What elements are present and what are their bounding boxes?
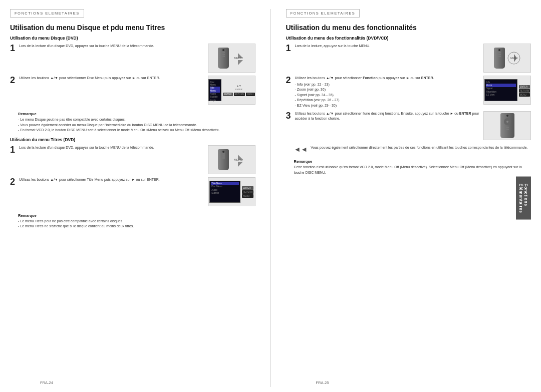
disc-remark-3: - En format VCD 2.0, le bouton DISC MENU…: [18, 128, 255, 133]
disc-remark-title: Remarque: [18, 112, 255, 116]
right-footer: FRA-25: [286, 378, 531, 387]
func-step-1-image: MENU: [483, 44, 531, 73]
remote-icon-4: [500, 113, 514, 138]
disc-remarks: Remarque - Le menu Disque peut ne pas êt…: [18, 112, 255, 133]
arrow-icon: MENU: [231, 51, 245, 65]
func-step-3: 3 Utilisez les boutons ▲/▼ pour sélectio…: [286, 111, 531, 140]
column-divider: [270, 9, 271, 387]
side-note-text: Vous pouvez également sélectionner direc…: [311, 145, 527, 153]
titles-steps: 1 Lors de la lecture d'un disque DVD, ap…: [10, 145, 255, 206]
menu-arrow-icon: MENU: [507, 51, 521, 65]
arrow-icon-2: MENU: [231, 153, 245, 167]
disc-step-2: 2 Utilisez les boutons ▲/▼ pour sélectio…: [10, 76, 255, 105]
left-footer: FRA-24: [10, 378, 255, 387]
disc-menu-screen: Disc Menu Title Menu Audio Subtitle Angl…: [208, 79, 222, 101]
functions-steps: 1 Lors de la lecture, appuyez sur la tou…: [286, 44, 531, 140]
func-menu-screen: Info Zoom Signet Répétition EZ View: [484, 79, 517, 101]
svg-marker-1: [238, 60, 243, 65]
remote-icon-3: [494, 48, 505, 69]
side-tab: Fonctions Élémentaires: [516, 176, 531, 220]
left-page-number: FRA-24: [40, 380, 53, 385]
left-section-title: Utilisation du menu Disque et pdu menu T…: [10, 24, 255, 32]
titles-subtitle: Utilisation du menu Titres (DVD): [10, 137, 255, 142]
svg-text:MENU: MENU: [510, 57, 518, 60]
titles-step-1-text: Lors de la lecture d'un disque DVD, appu…: [19, 145, 206, 150]
func-step-2-note: - Info (voir pp. 22 - 23) - Zoom (voir p…: [295, 82, 482, 109]
func-step-3-image: [483, 111, 531, 140]
disc-step-2-text: Utilisez les boutons ▲/▼ pour sélectionn…: [19, 76, 206, 81]
disc-remark-1: - Le menu Disque peut ne pas être compat…: [18, 117, 255, 123]
func-step-2-image: Info Zoom Signet Répétition EZ View ENTE…: [483, 76, 531, 105]
titles-step-2-text: Utilisez les boutons ▲/▼ pour sélectionn…: [19, 177, 206, 182]
titles-remark-title: Remarque: [18, 213, 255, 218]
titles-step-2-image: Title Menu Disc Menu Audio Subtitle ENTE…: [208, 177, 255, 206]
remote-icon-1: [218, 48, 229, 69]
side-note-container: ◄◄ Vous pouvez également sélectionner di…: [294, 145, 531, 153]
titles-step-1: 1 Lors de la lecture d'un disque DVD, ap…: [10, 145, 255, 174]
right-section-header: Fonctions Elemetaires: [286, 9, 360, 18]
titles-step-2: 2 Utilisez les boutons ▲/▼ pour sélectio…: [10, 177, 255, 206]
disc-subtitle: Utilisation du menu Disque (DVD): [10, 36, 255, 41]
func-remark-text: Cette fonction n'est utilisable qu'en fo…: [294, 165, 531, 175]
disc-step-1: 1 Lors de la lecture d'un disque DVD, ap…: [10, 44, 255, 73]
titles-step-1-image: MENU: [208, 145, 255, 174]
svg-text:MENU: MENU: [234, 158, 243, 161]
side-note-arrow: ◄◄: [294, 145, 308, 153]
titles-remarks: Remarque - Le menu Titres peut ne pas êt…: [18, 213, 255, 229]
disc-step-1-text: Lors de la lecture d'un disque DVD, appu…: [19, 44, 206, 49]
titles-menu-screen: Title Menu Disc Menu Audio Subtitle: [209, 181, 240, 203]
func-step-2-text: Utilisez les boutons ▲/▼ pour sélectionn…: [295, 76, 482, 81]
titles-remark-2: - Le menu Titres ne s'affiche que si le …: [18, 224, 255, 229]
func-step-1: 1 Lors de la lecture, appuyez sur la tou…: [286, 44, 531, 73]
right-column: Fonctions Elemetaires Utilisation du men…: [286, 9, 531, 387]
func-step-3-text: Utilisez les boutons ▲/▼ pour sélectionn…: [295, 111, 482, 121]
disc-step-2-image: Disc Menu Title Menu Audio Subtitle Angl…: [208, 76, 255, 105]
left-column: Fonctions Elemetaires Utilisation du men…: [10, 9, 255, 387]
remote-icon-2: [218, 149, 229, 170]
func-remarks: Remarque Cette fonction n'est utilisable…: [294, 159, 531, 175]
func-remark-title: Remarque: [294, 159, 531, 164]
svg-marker-4: [238, 162, 243, 167]
functions-subtitle: Utilisation du menu des fonctionnalités …: [286, 36, 531, 41]
left-section-header: Fonctions Elemetaires: [10, 9, 84, 18]
svg-text:MENU: MENU: [234, 57, 243, 60]
right-page-number: FRA-25: [316, 380, 329, 385]
disc-step-1-image: MENU: [208, 44, 255, 73]
titles-remark-1: - Le menu Titres peut ne pas être compat…: [18, 219, 255, 224]
right-section-title: Utilisation du menu des fonctionnalités: [286, 24, 531, 32]
disc-remark-2: - Vous pouvez également accéder au menu …: [18, 123, 255, 128]
disc-steps: 1 Lors de la lecture d'un disque DVD, ap…: [10, 44, 255, 105]
func-step-2: 2 Utilisez les boutons ▲/▼ pour sélectio…: [286, 76, 531, 108]
func-step-1-text: Lors de la lecture, appuyez sur la touch…: [295, 44, 482, 49]
